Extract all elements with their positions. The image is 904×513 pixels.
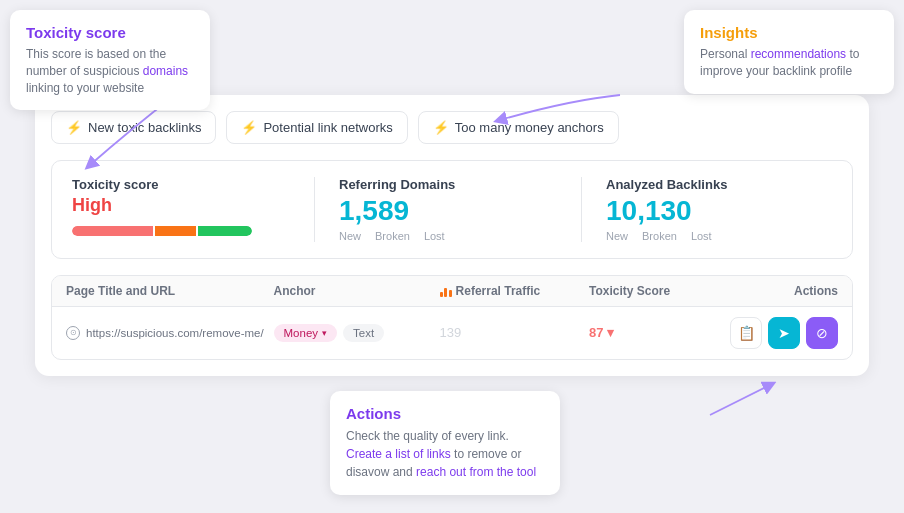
backlinks-table: Page Title and URL Anchor Referral Traff… xyxy=(51,275,853,360)
anchor-money-label: Money xyxy=(284,327,319,339)
disavow-icon: ⊘ xyxy=(816,325,828,341)
main-panel: ⚡ New toxic backlinks ⚡ Potential link n… xyxy=(35,95,869,376)
insights-tooltip-title: Insights xyxy=(700,24,878,41)
metric-referring-label: Referring Domains xyxy=(339,177,565,192)
disavow-action-button[interactable]: ⊘ xyxy=(806,317,838,349)
toxicity-cell: 87 ▾ xyxy=(589,325,714,340)
bar-chart-icon xyxy=(440,285,452,297)
toxicity-tooltip-desc: This score is based on the number of sus… xyxy=(26,46,194,96)
metric-analyzed-broken: Broken xyxy=(642,230,677,242)
col-header-url: Page Title and URL xyxy=(66,284,274,298)
table-row: ⊙ https://suspicious.com/remove-me/ Mone… xyxy=(52,307,852,359)
send-action-button[interactable]: ➤ xyxy=(768,317,800,349)
anchor-tag-text[interactable]: Text xyxy=(343,324,384,342)
toxicity-chevron-icon: ▾ xyxy=(607,325,614,340)
bolt-purple-icon: ⚡ xyxy=(241,120,257,135)
alert-tab-anchors[interactable]: ⚡ Too many money anchors xyxy=(418,111,619,144)
progress-seg-green xyxy=(198,226,252,236)
metric-analyzed-label: Analyzed Backlinks xyxy=(606,177,832,192)
metric-analyzed-lost: Lost xyxy=(691,230,712,242)
metric-analyzed-sublabels: New Broken Lost xyxy=(606,230,832,242)
alert-tab-networks[interactable]: ⚡ Potential link networks xyxy=(226,111,407,144)
metric-toxicity-label: Toxicity score xyxy=(72,177,298,192)
anchor-text-label: Text xyxy=(353,327,374,339)
alert-tab-toxic-label: New toxic backlinks xyxy=(88,120,201,135)
metric-referring: Referring Domains 1,589 New Broken Lost xyxy=(314,177,565,242)
alert-tab-anchors-label: Too many money anchors xyxy=(455,120,604,135)
actions-tooltip: Actions Check the quality of every link.… xyxy=(330,391,560,495)
metrics-row: Toxicity score High Referring Domains 1,… xyxy=(51,160,853,259)
metric-toxicity: Toxicity score High xyxy=(72,177,298,236)
toxicity-tooltip-title: Toxicity score xyxy=(26,24,194,41)
metric-referring-value: 1,589 xyxy=(339,196,565,227)
col-header-traffic-label: Referral Traffic xyxy=(456,284,541,298)
metric-analyzed-value: 10,130 xyxy=(606,196,832,227)
col-header-actions: Actions xyxy=(713,284,838,298)
alert-tabs: ⚡ New toxic backlinks ⚡ Potential link n… xyxy=(51,111,853,144)
toxicity-progress-bar xyxy=(72,226,252,236)
url-text: https://suspicious.com/remove-me/ xyxy=(86,327,264,339)
send-icon: ➤ xyxy=(778,325,790,341)
alert-tab-networks-label: Potential link networks xyxy=(263,120,392,135)
metric-toxicity-value: High xyxy=(72,196,298,216)
metric-analyzed: Analyzed Backlinks 10,130 New Broken Los… xyxy=(581,177,832,242)
progress-seg-red xyxy=(72,226,153,236)
insights-tooltip: Insights Personal recommendations to imp… xyxy=(684,10,894,94)
col-header-toxicity: Toxicity Score xyxy=(589,284,714,298)
anchor-tag-money[interactable]: Money ▾ xyxy=(274,324,338,342)
metric-referring-new: New xyxy=(339,230,361,242)
bolt-pink-icon: ⚡ xyxy=(66,120,82,135)
alert-tab-toxic[interactable]: ⚡ New toxic backlinks xyxy=(51,111,216,144)
url-cell: ⊙ https://suspicious.com/remove-me/ xyxy=(66,326,274,340)
col-header-traffic: Referral Traffic xyxy=(440,284,589,298)
metric-analyzed-new: New xyxy=(606,230,628,242)
anchor-money-chevron: ▾ xyxy=(322,328,327,338)
actions-cell: 📋 ➤ ⊘ xyxy=(713,317,838,349)
document-icon: 📋 xyxy=(738,325,755,341)
metric-referring-broken: Broken xyxy=(375,230,410,242)
col-header-anchor: Anchor xyxy=(274,284,440,298)
url-globe-icon: ⊙ xyxy=(66,326,80,340)
table-header: Page Title and URL Anchor Referral Traff… xyxy=(52,276,852,307)
metric-referring-sublabels: New Broken Lost xyxy=(339,230,565,242)
document-action-button[interactable]: 📋 xyxy=(730,317,762,349)
bolt-orange-icon: ⚡ xyxy=(433,120,449,135)
actions-tooltip-title: Actions xyxy=(346,405,544,422)
traffic-cell: 139 xyxy=(440,325,589,340)
toxicity-tooltip: Toxicity score This score is based on th… xyxy=(10,10,210,110)
anchor-cell: Money ▾ Text xyxy=(274,324,440,342)
toxicity-score-value: 87 xyxy=(589,325,603,340)
insights-tooltip-desc: Personal recommendations to improve your… xyxy=(700,46,878,80)
progress-seg-orange xyxy=(155,226,196,236)
main-container: Toxicity score This score is based on th… xyxy=(0,0,904,513)
metric-referring-lost: Lost xyxy=(424,230,445,242)
actions-tooltip-desc: Check the quality of every link. Create … xyxy=(346,427,544,481)
